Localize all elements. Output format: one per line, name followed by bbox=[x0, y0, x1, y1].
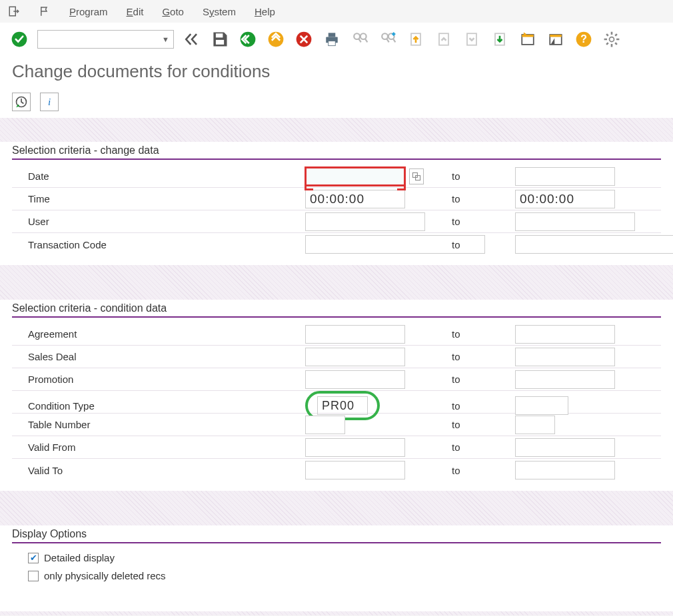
to-label: to bbox=[452, 328, 515, 340]
label-validto: Valid To bbox=[12, 465, 305, 476]
tableno-from-input[interactable] bbox=[305, 416, 345, 434]
svg-rect-7 bbox=[329, 33, 336, 37]
section-title-display-options: Display Options bbox=[12, 527, 661, 543]
svg-point-10 bbox=[360, 33, 366, 39]
validfrom-to-input[interactable] bbox=[515, 438, 615, 457]
time-to-input[interactable] bbox=[515, 190, 615, 208]
toolbar: ▼ ? bbox=[0, 23, 673, 59]
row-condtype: Condition Type PR00 to bbox=[12, 391, 661, 414]
label-agreement: Agreement bbox=[12, 328, 305, 340]
save-icon[interactable] bbox=[210, 29, 230, 49]
row-agreement: Agreement to bbox=[12, 323, 661, 346]
row-validto: Valid To to bbox=[12, 459, 661, 481]
f4-help-icon[interactable] bbox=[409, 168, 424, 184]
enter-icon[interactable] bbox=[9, 29, 29, 49]
svg-text:?: ? bbox=[580, 33, 587, 45]
promotion-from-input[interactable] bbox=[305, 370, 405, 389]
condtype-to-input[interactable] bbox=[515, 396, 568, 415]
salesdeal-from-input[interactable] bbox=[305, 348, 405, 366]
label-deleted: only physically deleted recs bbox=[44, 570, 166, 581]
condtype-from-input[interactable]: PR00 bbox=[317, 396, 368, 415]
svg-rect-1 bbox=[216, 33, 223, 37]
command-field[interactable]: ▼ bbox=[37, 30, 174, 49]
settings-icon[interactable] bbox=[602, 29, 622, 49]
back-circle-icon[interactable] bbox=[238, 29, 258, 49]
section-display-options: Display Options Detailed display only ph… bbox=[0, 525, 673, 611]
label-user: User bbox=[12, 216, 305, 227]
to-label: to bbox=[452, 374, 515, 385]
svg-rect-20 bbox=[550, 35, 562, 37]
to-label: to bbox=[452, 442, 515, 453]
find-icon[interactable] bbox=[350, 29, 370, 49]
menu-system[interactable]: System bbox=[203, 6, 236, 17]
menu-program[interactable]: Program bbox=[69, 6, 108, 17]
info-icon[interactable]: i bbox=[40, 93, 59, 111]
shortcut-icon[interactable] bbox=[546, 29, 566, 49]
back-icon[interactable] bbox=[182, 29, 202, 49]
help-icon[interactable]: ? bbox=[574, 29, 594, 49]
row-deleted-recs: only physically deleted recs bbox=[12, 567, 661, 585]
section-change-data: Selection criteria - change data Date to… bbox=[0, 142, 673, 265]
application-toolbar: i bbox=[0, 90, 673, 118]
row-detailed-display: Detailed display bbox=[12, 549, 661, 567]
agreement-from-input[interactable] bbox=[305, 325, 405, 344]
date-from-input[interactable] bbox=[305, 166, 405, 186]
checkbox-deleted[interactable] bbox=[28, 571, 39, 581]
main-canvas: Selection criteria - change data Date to… bbox=[0, 118, 673, 615]
label-salesdeal: Sales Deal bbox=[12, 351, 305, 362]
salesdeal-to-input[interactable] bbox=[515, 348, 615, 366]
tcode-to-input[interactable] bbox=[515, 235, 673, 254]
to-label: to bbox=[452, 400, 515, 412]
page-title: Change documents for conditions bbox=[0, 59, 673, 90]
print-icon[interactable] bbox=[322, 29, 342, 49]
flag-icon[interactable] bbox=[39, 5, 51, 17]
validto-to-input[interactable] bbox=[515, 461, 615, 479]
first-page-icon[interactable] bbox=[406, 29, 426, 49]
row-salesdeal: Sales Deal to bbox=[12, 346, 661, 368]
promotion-to-input[interactable] bbox=[515, 370, 615, 389]
svg-point-9 bbox=[354, 33, 360, 39]
validto-from-input[interactable] bbox=[305, 461, 405, 479]
to-label: to bbox=[452, 170, 515, 182]
user-from-input[interactable] bbox=[305, 212, 425, 231]
section-title-change-data: Selection criteria - change data bbox=[12, 143, 661, 160]
svg-text:i: i bbox=[48, 97, 51, 107]
to-label: to bbox=[452, 239, 515, 250]
new-session-icon[interactable] bbox=[518, 29, 538, 49]
prev-page-icon[interactable] bbox=[434, 29, 454, 49]
row-user: User to bbox=[12, 210, 661, 233]
svg-rect-2 bbox=[216, 40, 224, 45]
chevron-down-icon: ▼ bbox=[162, 35, 169, 43]
validfrom-from-input[interactable] bbox=[305, 438, 405, 457]
last-page-icon[interactable] bbox=[490, 29, 510, 49]
tableno-to-input[interactable] bbox=[515, 416, 555, 434]
section-title-condition-data: Selection criteria - condition data bbox=[12, 301, 661, 318]
to-label: to bbox=[452, 216, 515, 227]
date-to-input[interactable] bbox=[515, 167, 615, 186]
agreement-to-input[interactable] bbox=[515, 325, 615, 344]
svg-rect-8 bbox=[329, 41, 336, 46]
execute-icon[interactable] bbox=[12, 93, 31, 111]
row-promotion: Promotion to bbox=[12, 368, 661, 391]
cancel-icon[interactable] bbox=[294, 29, 314, 49]
menu-goto[interactable]: Goto bbox=[162, 6, 184, 17]
menu-edit[interactable]: Edit bbox=[127, 6, 144, 17]
menu-bar: Program Edit Goto System Help bbox=[0, 0, 673, 23]
to-label: to bbox=[452, 193, 515, 204]
menu-help[interactable]: Help bbox=[255, 6, 275, 17]
up-circle-icon[interactable] bbox=[266, 29, 286, 49]
user-to-input[interactable] bbox=[515, 212, 635, 231]
find-next-icon[interactable] bbox=[378, 29, 398, 49]
exit-icon[interactable] bbox=[8, 5, 20, 17]
checkbox-detailed[interactable] bbox=[28, 553, 39, 563]
to-label: to bbox=[452, 419, 515, 430]
label-validfrom: Valid From bbox=[12, 442, 305, 453]
next-page-icon[interactable] bbox=[462, 29, 482, 49]
time-from-input[interactable] bbox=[305, 190, 405, 208]
row-tableno: Table Number to bbox=[12, 414, 661, 436]
to-label: to bbox=[452, 351, 515, 362]
label-detailed: Detailed display bbox=[44, 552, 115, 563]
svg-rect-26 bbox=[412, 172, 417, 177]
row-time: Time to bbox=[12, 188, 661, 210]
svg-rect-27 bbox=[416, 175, 420, 180]
